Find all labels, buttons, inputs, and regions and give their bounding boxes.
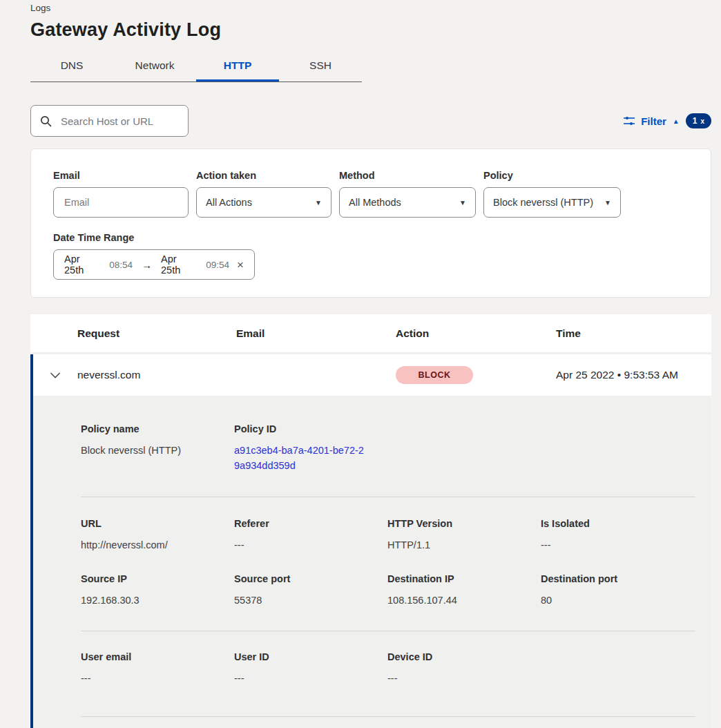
close-icon[interactable]: × [237,259,244,271]
detail-value: 55378 [234,593,387,609]
field-policy: PolicyBlock neverssl (HTTP)▼ [483,170,621,218]
detail-label: Source port [234,573,387,584]
detail-field-referer: Referer--- [234,518,387,553]
tab-network[interactable]: Network [113,51,196,82]
detail-value: Block neverssl (HTTP) [81,443,234,459]
tab-ssh[interactable]: SSH [279,51,362,82]
status-badge-block: BLOCK [396,366,473,384]
search-input[interactable] [59,115,179,128]
detail-field-user-id: User ID--- [234,651,387,687]
field-label-action-taken: Action taken [196,170,331,181]
tab-dns[interactable]: DNS [30,51,113,82]
detail-label: Source IP [81,573,234,584]
filter-toggle-button[interactable]: Filter [641,115,666,127]
end-time: 09:54 [206,260,229,270]
detail-section-2: User email---User ID---Device ID--- [81,631,695,717]
detail-value: --- [81,671,234,687]
detail-label: Policy ID [234,423,387,434]
chevron-up-icon[interactable]: ▲ [673,117,680,125]
detail-label: Policy name [81,423,234,434]
row-time: Apr 25 2022 • 9:53:53 AM [556,369,711,381]
row-expand-cell[interactable] [33,372,77,379]
policy-select-value: Block neverssl (HTTP) [493,197,593,208]
action-taken-select[interactable]: All Actions▼ [196,187,331,218]
detail-field-is-isolated: Is Isolated--- [541,518,695,553]
table-header: RequestEmailActionTime [30,314,711,354]
field-method: MethodAll Methods▼ [339,170,476,218]
chevron-down-icon[interactable] [50,372,61,379]
detail-value: --- [234,538,387,553]
column-header-request: Request [77,327,236,340]
tabs: DNSNetworkHTTPSSH [30,51,362,82]
detail-field-http-version: HTTP VersionHTTP/1.1 [387,518,541,553]
page-title: Gateway Activity Log [30,19,711,41]
filter-icon [624,116,635,126]
policy-id-link[interactable]: a91c3eb4-ba7a-4201-be72-29a934dd359d [234,443,367,474]
detail-field-destination-ip: Destination IP108.156.107.44 [387,573,541,609]
action-taken-select-value: All Actions [206,197,252,208]
search-icon [40,115,52,127]
field-action-taken: Action takenAll Actions▼ [196,170,331,218]
method-select[interactable]: All Methods▼ [339,187,476,218]
detail-field-policy-name: Policy nameBlock neverssl (HTTP) [81,423,234,474]
page: Logs Gateway Activity Log DNSNetworkHTTP… [0,0,721,728]
detail-row: User email---User ID---Device ID--- [81,651,695,687]
filter-count-badge[interactable]: 1 x [686,113,711,128]
detail-section-0: Policy nameBlock neverssl (HTTP)Policy I… [81,396,695,497]
start-date: Apr 25th [64,253,102,276]
toolbar: Filter ▲ 1 x [30,105,711,137]
row-request: neverssl.com [77,369,236,381]
email-input[interactable] [63,196,179,209]
chevron-down-icon: ▼ [604,199,611,207]
column-header-email: Email [236,327,396,340]
filter-panel: EmailAction takenAll Actions▼MethodAll M… [30,149,711,298]
detail-row: Policy nameBlock neverssl (HTTP)Policy I… [81,423,695,474]
field-label-method: Method [339,170,476,181]
filter-fields-row: EmailAction takenAll Actions▼MethodAll M… [53,170,689,218]
detail-value: --- [387,671,541,687]
detail-field-policy-id: Policy IDa91c3eb4-ba7a-4201-be72-29a934d… [234,423,387,474]
row-action-cell: BLOCK [396,366,556,384]
policy-select[interactable]: Block neverssl (HTTP)▼ [483,187,621,218]
detail-field-device-id: Device ID--- [387,651,541,687]
column-header-action: Action [396,327,556,340]
detail-row: Source IP192.168.30.3Source port55378Des… [81,573,695,609]
search-box[interactable] [30,105,189,137]
arrow-right-icon: → [140,259,153,271]
detail-row: URLhttp://neverssl.com/Referer---HTTP Ve… [81,518,695,553]
detail-value: --- [234,671,387,687]
detail-value: HTTP/1.1 [387,538,541,553]
row-detail-panel: Policy nameBlock neverssl (HTTP)Policy I… [30,396,711,728]
field-label-policy: Policy [483,170,621,181]
field-label-email: Email [53,170,189,181]
column-header-time: Time [556,327,711,340]
chevron-down-icon: ▼ [459,199,466,207]
detail-label: Destination IP [387,573,541,584]
chevron-down-icon: ▼ [315,199,322,207]
detail-value: 80 [541,593,695,609]
detail-field-user-email: User email--- [81,651,234,687]
filter-count: 1 [693,116,698,126]
date-range-label: Date Time Range [53,232,689,243]
detail-value: 108.156.107.44 [387,593,541,609]
activity-table: RequestEmailActionTime neverssl.com BLOC… [30,314,711,728]
date-range-field-wrap: Date Time Range Apr 25th 08:54 → Apr 25t… [53,232,689,280]
date-range-picker[interactable]: Apr 25th 08:54 → Apr 25th 09:54 × [53,249,255,280]
detail-label: Referer [234,518,387,529]
detail-label: Destination port [541,573,695,584]
detail-sections: Policy nameBlock neverssl (HTTP)Policy I… [81,396,695,717]
radar-link-row: View domain details in Radar → [81,717,695,728]
detail-label: Device ID [387,651,541,662]
detail-field-destination-port: Destination port80 [541,573,695,609]
detail-label: Is Isolated [541,518,695,529]
email-input-box [53,187,189,218]
detail-section-1: URLhttp://neverssl.com/Referer---HTTP Ve… [81,497,695,632]
end-date: Apr 25th [161,253,198,276]
clear-filter-icon[interactable]: x [700,117,704,125]
tab-http[interactable]: HTTP [196,51,279,82]
table-row[interactable]: neverssl.com BLOCK Apr 25 2022 • 9:53:53… [30,354,711,396]
detail-field-source-ip: Source IP192.168.30.3 [81,573,234,609]
field-email: Email [53,170,189,218]
detail-value: --- [541,538,695,553]
breadcrumb: Logs [30,3,711,13]
